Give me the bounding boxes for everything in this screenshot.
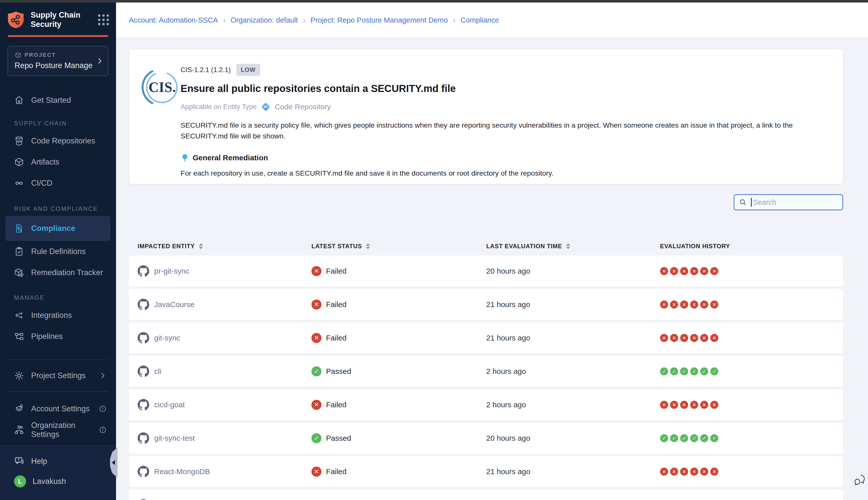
applicable-on-label: Applicable on Entity Type [181, 103, 257, 111]
github-icon [138, 332, 149, 344]
history-failed-icon: ✕ [680, 267, 688, 275]
search-input[interactable] [753, 198, 838, 206]
help-chat-icon: ? [14, 456, 25, 467]
project-selector[interactable]: PROJECT Repo Posture Manage... [8, 46, 108, 76]
breadcrumb-separator: › [303, 15, 306, 25]
sort-icon[interactable] [566, 243, 570, 249]
code-repository-diamond-icon [261, 102, 271, 112]
history-cell: ✓✓✓✓✓✓ [660, 367, 834, 375]
entity-name[interactable]: git-sync [154, 334, 180, 342]
help-button[interactable]: ? Help [0, 451, 116, 471]
avatar: L [14, 475, 26, 487]
sidebar-item-integrations[interactable]: Integrations [0, 305, 116, 326]
table-row[interactable]: pr-git-sync ✕ Failed 20 hours ago ✕✕✕✕✕✕ [129, 255, 843, 287]
user-menu[interactable]: L Lavakush [0, 471, 116, 491]
brand-accent-underline [8, 35, 108, 37]
sidebar-item-rule-definitions[interactable]: Rule Definitions [0, 241, 116, 262]
history-failed-icon: ✕ [710, 401, 718, 409]
sidebar-item-compliance[interactable]: Compliance [5, 216, 111, 241]
table-row[interactable]: cli ✓ Passed 2 hours ago ✓✓✓✓✓✓ [129, 356, 843, 387]
column-header-latest-status[interactable]: LATEST STATUS [311, 243, 486, 250]
entity-name[interactable]: pr-git-sync [154, 267, 189, 275]
table-row[interactable]: React-MongoDB ✕ Failed 21 hours ago ✕✕✕✕… [129, 456, 843, 487]
entity-name[interactable]: cicd-goat [154, 400, 185, 409]
history-failed-icon: ✕ [700, 300, 708, 308]
status-label: Failed [326, 400, 347, 409]
history-failed-icon: ✕ [710, 468, 718, 476]
project-label: PROJECT [25, 52, 56, 58]
table-row[interactable]: git-sync-test ✓ Passed 20 hours ago ✓✓✓✓… [129, 423, 843, 454]
code-repository-icon [14, 136, 24, 146]
app-switcher-grid-icon[interactable] [98, 14, 109, 25]
breadcrumb-separator: › [223, 15, 226, 25]
history-cell: ✕✕✕✕✕✕ [660, 401, 834, 409]
history-failed-icon: ✕ [660, 468, 668, 476]
github-icon [138, 299, 149, 310]
sidebar-nav: Get Started SUPPLY CHAIN Code Repositori… [0, 83, 116, 441]
sidebar-item-project-settings[interactable]: Project Settings [0, 365, 116, 386]
info-icon[interactable] [99, 405, 106, 412]
compliance-document-icon [14, 223, 24, 234]
status-icon: ✓ [311, 366, 322, 376]
column-header-impacted-entity[interactable]: IMPACTED ENTITY [138, 243, 311, 250]
history-failed-icon: ✕ [690, 300, 698, 308]
impacted-entities-table: IMPACTED ENTITY LATEST STATUS LAST EVALU… [129, 240, 843, 500]
chat-bubbles-icon[interactable] [853, 473, 867, 487]
entity-name[interactable]: JavaCourse [154, 300, 194, 309]
app-title: Supply Chain Security [31, 11, 80, 29]
status-label: Passed [326, 434, 351, 442]
pipelines-icon [14, 331, 24, 341]
status-label: Failed [326, 300, 347, 309]
history-failed-icon: ✕ [670, 334, 678, 342]
entity-name[interactable]: cli [154, 367, 161, 376]
integrations-icon [14, 310, 24, 320]
nav-heading-risk-compliance: RISK AND COMPLIANCE [0, 205, 116, 212]
entity-name[interactable]: git-sync-test [154, 434, 195, 442]
sidebar-item-code-repositories[interactable]: Code Repositories [0, 130, 116, 151]
table-row[interactable]: ✓ ✓✓✓✓✓✓ [129, 489, 843, 500]
history-failed-icon: ✕ [690, 468, 698, 476]
status-label: Failed [326, 467, 347, 476]
sort-icon[interactable] [199, 243, 203, 249]
breadcrumb-organization[interactable]: Organization: default [231, 16, 298, 24]
history-cell: ✓✓✓✓✓✓ [660, 434, 834, 442]
history-failed-icon: ✕ [690, 334, 698, 342]
history-failed-icon: ✕ [670, 267, 678, 275]
table-rows: pr-git-sync ✕ Failed 20 hours ago ✕✕✕✕✕✕… [129, 255, 843, 500]
evaluation-time: 20 hours ago [486, 267, 530, 275]
sidebar-item-remediation-tracker[interactable]: Remediation Tracker [0, 262, 116, 283]
sidebar-item-artifacts[interactable]: Artifacts [0, 151, 116, 173]
collapse-left-arrow-icon [112, 460, 115, 465]
sidebar-item-account-settings[interactable]: Account Settings [0, 398, 116, 419]
column-header-last-evaluation-time[interactable]: LAST EVALUATION TIME [486, 243, 660, 250]
history-failed-icon: ✕ [690, 401, 698, 409]
entity-name[interactable]: React-MongoDB [154, 467, 210, 476]
history-passed-icon: ✓ [680, 367, 688, 375]
history-failed-icon: ✕ [670, 300, 678, 308]
info-icon[interactable] [99, 426, 106, 434]
github-icon [138, 432, 149, 444]
breadcrumb-project[interactable]: Project: Repo Posture Management Demo [311, 16, 448, 24]
history-passed-icon: ✓ [670, 434, 678, 442]
table-row[interactable]: git-sync ✕ Failed 21 hours ago ✕✕✕✕✕✕ [129, 322, 843, 353]
breadcrumb-compliance[interactable]: Compliance [461, 16, 499, 24]
breadcrumb-account[interactable]: Account: Automation-SSCA [129, 16, 218, 24]
sidebar-item-get-started[interactable]: Get Started [0, 90, 116, 111]
rule-title: Ensure all public repositories contain a… [181, 83, 828, 94]
sidebar-item-cicd[interactable]: CI/CD [0, 173, 116, 194]
history-passed-icon: ✓ [680, 434, 688, 442]
entity-type-label[interactable]: Code Repository [275, 103, 331, 111]
remediation-tracker-icon [14, 268, 24, 277]
history-failed-icon: ✕ [680, 334, 688, 342]
history-passed-icon: ✓ [690, 434, 698, 442]
sort-icon[interactable] [366, 243, 370, 249]
svg-text:?: ? [18, 458, 20, 462]
cis-logo: CIS. [141, 67, 181, 107]
supply-chain-security-shield-icon [7, 11, 25, 29]
table-row[interactable]: cicd-goat ✕ Failed 2 hours ago ✕✕✕✕✕✕ [129, 389, 843, 420]
sidebar-item-organization-settings[interactable]: Organization Settings [0, 419, 116, 441]
table-row[interactable]: JavaCourse ✕ Failed 21 hours ago ✕✕✕✕✕✕ [129, 289, 843, 320]
sidebar-item-pipelines[interactable]: Pipelines [0, 326, 116, 347]
history-passed-icon: ✓ [670, 367, 678, 375]
app-brand: Supply Chain Security [7, 11, 109, 29]
